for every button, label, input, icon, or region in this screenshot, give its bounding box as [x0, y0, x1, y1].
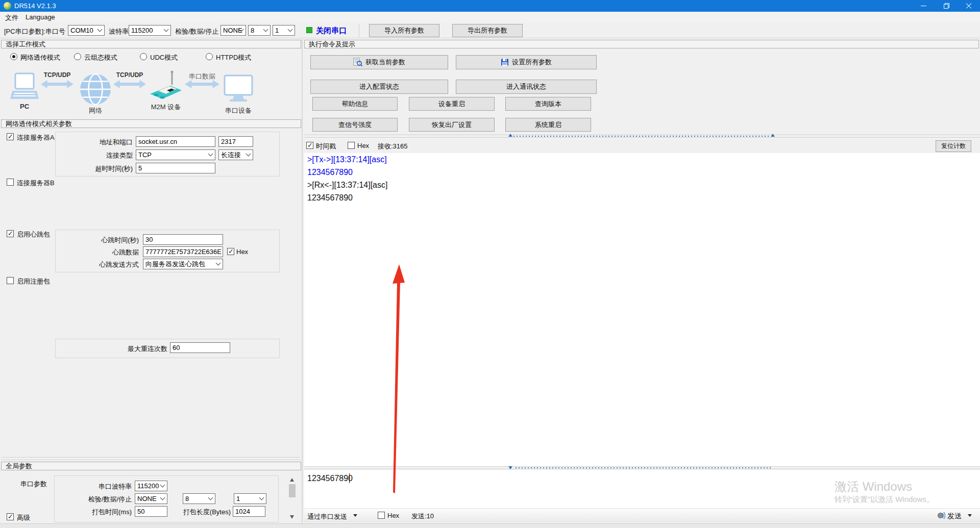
- get-params-button[interactable]: 获取当前参数: [310, 55, 448, 69]
- com-port-select[interactable]: COM10: [68, 25, 105, 36]
- chevron-down-icon: [160, 482, 165, 487]
- sent-counter: 发送:10: [411, 512, 434, 521]
- query-signal-button[interactable]: 查信号强度: [312, 118, 398, 132]
- timestamp-checkbox[interactable]: [306, 142, 313, 149]
- send-hex-checkbox[interactable]: [378, 512, 385, 519]
- left-scrollbar[interactable]: [288, 475, 297, 521]
- radio-label[interactable]: 云组态模式: [84, 53, 117, 62]
- chevron-down-icon[interactable]: [968, 514, 972, 517]
- hb-time-input[interactable]: 30: [143, 234, 223, 245]
- parity-select[interactable]: NONE: [220, 25, 246, 36]
- menu-file[interactable]: 文件: [5, 13, 18, 22]
- activate-windows-watermark: 激活 Windows: [835, 479, 912, 495]
- chevron-down-icon: [208, 151, 213, 156]
- send-icon: [937, 511, 945, 519]
- server-b-checkbox[interactable]: [7, 179, 14, 186]
- reconnect-input[interactable]: 60: [170, 342, 230, 353]
- advanced-checkbox[interactable]: [7, 513, 14, 520]
- pc-serial-label: [PC串口参数]:串口号: [4, 27, 65, 36]
- red-arrow-annotation: [378, 258, 419, 497]
- recv-counter: 接收:3165: [378, 142, 408, 151]
- splitter-handle-icon: [771, 134, 775, 137]
- radio-net-transparent-mode[interactable]: [10, 53, 17, 60]
- help-info-button[interactable]: 帮助信息: [312, 97, 398, 111]
- diagram-pc-label: PC: [10, 103, 39, 110]
- timeout-label: 超时时间(秒): [61, 164, 133, 173]
- scroll-up-icon[interactable]: [290, 478, 294, 482]
- device-restart-button[interactable]: 设备重启: [409, 97, 495, 111]
- hb-hex-label: Hex: [236, 248, 248, 256]
- restore-button[interactable]: [935, 0, 958, 12]
- radio-label[interactable]: UDC模式: [150, 53, 178, 62]
- send-button[interactable]: 发送: [947, 512, 962, 521]
- export-params-button[interactable]: 导出所有参数: [452, 24, 523, 37]
- diagram-link1-label: TCP/UDP: [37, 71, 78, 79]
- server-a-label: 连接服务器A: [17, 133, 55, 142]
- left-splitter[interactable]: [1, 457, 300, 461]
- register-checkbox[interactable]: [7, 277, 14, 284]
- splitter-handle-icon: [508, 466, 512, 469]
- splitter-dots: [513, 136, 769, 137]
- parity-data-stop-label: 检验/数据/停止: [175, 27, 218, 36]
- radio-httpd-mode[interactable]: [206, 53, 213, 60]
- close-port-button[interactable]: 关闭串口: [316, 26, 347, 36]
- system-restart-button[interactable]: 系统重启: [505, 118, 591, 132]
- log-line: >[Tx->][13:37:14][asc]: [307, 155, 387, 164]
- g-parity-select[interactable]: NONE: [135, 493, 167, 504]
- heartbeat-label: 启用心跳包: [17, 230, 50, 239]
- pack-len-input[interactable]: 1024: [233, 506, 265, 517]
- commands-header: 执行命令及提示: [304, 40, 979, 48]
- double-arrow-icon: [41, 80, 74, 89]
- minimize-button[interactable]: [912, 0, 935, 12]
- reset-counter-button[interactable]: 复位计数: [936, 140, 971, 152]
- radio-udc-mode[interactable]: [140, 53, 147, 60]
- conn-mode-select[interactable]: 长连接: [218, 149, 253, 160]
- chevron-down-icon: [288, 27, 293, 32]
- register-label: 启用注册包: [17, 277, 50, 286]
- hb-time-label: 心跳时间(秒): [61, 236, 139, 245]
- log-line: 1234567890: [307, 193, 353, 203]
- timeout-input[interactable]: 5: [136, 163, 215, 173]
- stopbits-select[interactable]: 1: [273, 25, 295, 36]
- send-via-serial-button[interactable]: 通过串口发送: [307, 512, 347, 521]
- m2m-device-icon: [149, 70, 183, 103]
- hb-hex-checkbox[interactable]: [227, 248, 234, 255]
- server-address-input[interactable]: socket.usr.cn: [136, 136, 215, 147]
- radio-label[interactable]: 网络透传模式: [20, 53, 60, 62]
- port-open-indicator: [306, 27, 312, 33]
- server-a-checkbox[interactable]: [7, 133, 14, 140]
- enter-comm-button[interactable]: 进入通讯状态: [456, 80, 597, 94]
- g-stopbits-select[interactable]: 1: [234, 493, 266, 504]
- chevron-down-icon[interactable]: [353, 514, 357, 517]
- enter-config-button[interactable]: 进入配置状态: [310, 80, 448, 94]
- log-hex-checkbox[interactable]: [348, 142, 355, 149]
- hb-data-input[interactable]: 7777772E7573722E636E: [143, 246, 223, 257]
- pack-time-input[interactable]: 50: [135, 506, 167, 517]
- server-port-input[interactable]: 2317: [218, 136, 253, 147]
- close-button[interactable]: [957, 0, 980, 12]
- g-databits-select[interactable]: 8: [183, 493, 215, 504]
- double-arrow-icon: [113, 80, 146, 89]
- scroll-down-icon[interactable]: [290, 515, 294, 519]
- g-baud-select[interactable]: 115200: [135, 481, 167, 491]
- databits-select[interactable]: 8: [248, 25, 271, 36]
- diagram-network-label: 网络: [80, 106, 111, 115]
- baud-select[interactable]: 115200: [129, 25, 171, 36]
- conn-type-select[interactable]: TCP: [136, 149, 215, 160]
- chevron-down-icon: [216, 260, 221, 265]
- hb-mode-select[interactable]: 向服务器发送心跳包: [143, 259, 223, 269]
- query-version-button[interactable]: 查询版本: [505, 97, 591, 111]
- conn-type-label: 连接类型: [61, 151, 133, 160]
- baud-label: 波特率: [109, 27, 129, 36]
- import-params-button[interactable]: 导入所有参数: [369, 24, 439, 37]
- menu-language[interactable]: Language: [26, 13, 55, 21]
- radio-cloud-mode[interactable]: [74, 53, 81, 60]
- heartbeat-checkbox[interactable]: [7, 230, 14, 237]
- radio-label[interactable]: HTTPD模式: [216, 53, 251, 62]
- factory-reset-button[interactable]: 恢复出厂设置: [409, 118, 495, 132]
- scrollbar-thumb[interactable]: [289, 484, 296, 497]
- text-caret: [349, 473, 350, 483]
- addr-port-label: 地址和端口: [61, 138, 133, 147]
- set-params-button[interactable]: 设置所有参数: [456, 55, 597, 69]
- floppy-icon: [501, 58, 509, 66]
